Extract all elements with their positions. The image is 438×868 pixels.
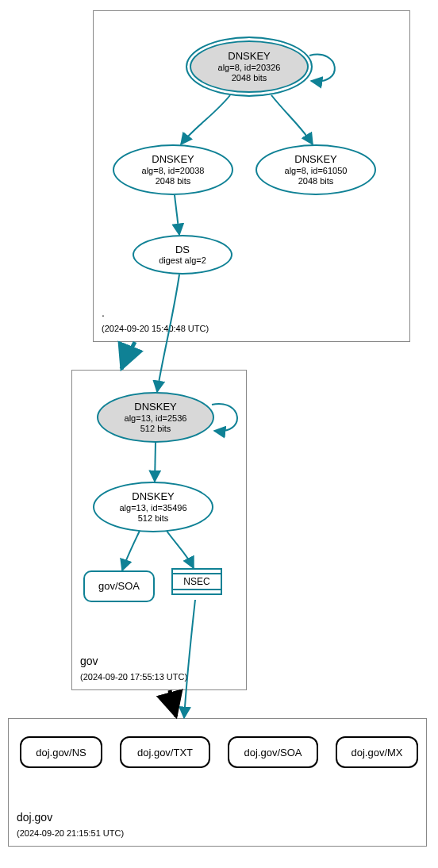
node-title: DNSKEY [132,490,174,503]
node-gov-nsec: NSEC [171,568,222,595]
node-sub2: 2048 bits [232,73,267,83]
node-root-zsk2: DNSKEY alg=8, id=61050 2048 bits [256,144,376,195]
node-sub2: 2048 bits [156,176,191,186]
zone-dojgov-name: doj.gov [17,811,52,824]
soa-label: gov/SOA [98,580,140,593]
node-sub1: alg=13, id=2536 [125,413,187,424]
node-sub1: digest alg=2 [159,255,206,266]
node-sub1: alg=8, id=61050 [285,166,348,176]
node-root-ksk: DNSKEY alg=8, id=20326 2048 bits [186,36,313,97]
node-sub1: alg=8, id=20038 [142,166,205,176]
rr-dojgov-mx: doj.gov/MX [336,736,418,768]
node-sub1: alg=8, id=20326 [218,63,281,73]
node-title: DNSKEY [294,153,336,166]
node-title: DS [175,244,190,256]
zone-gov-timestamp: (2024-09-20 17:55:13 UTC) [80,672,187,682]
zone-root-timestamp: (2024-09-20 15:40:48 UTC) [102,324,209,333]
node-gov-ksk: DNSKEY alg=13, id=2536 512 bits [97,392,214,443]
nsec-label: NSEC [173,573,221,590]
node-gov-soa: gov/SOA [83,570,155,602]
node-title: DNSKEY [152,153,194,166]
rr-dojgov-ns: doj.gov/NS [20,736,102,768]
rr-dojgov-soa: doj.gov/SOA [228,736,318,768]
node-gov-zsk: DNSKEY alg=13, id=35496 512 bits [93,482,213,532]
node-title: DNSKEY [134,401,176,413]
rr-dojgov-txt: doj.gov/TXT [120,736,210,768]
node-sub2: 2048 bits [298,176,334,186]
node-sub2: 512 bits [138,513,169,524]
zone-dojgov-timestamp: (2024-09-20 21:15:51 UTC) [17,828,124,838]
zone-root-name: . [102,306,105,319]
node-sub2: 512 bits [140,424,171,434]
zone-gov-name: gov [80,655,98,667]
node-title: DNSKEY [228,50,270,63]
node-root-zsk: DNSKEY alg=8, id=20038 2048 bits [113,144,233,195]
node-root-ds: DS digest alg=2 [133,235,232,275]
node-sub1: alg=13, id=35496 [119,503,186,513]
